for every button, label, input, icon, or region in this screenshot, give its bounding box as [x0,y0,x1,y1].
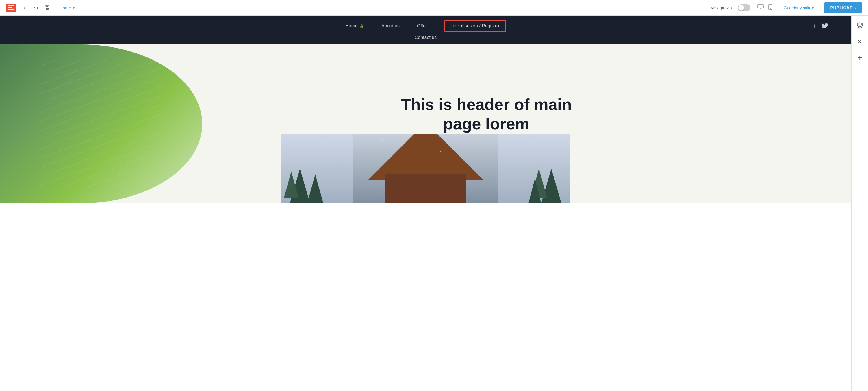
app-logo [6,4,16,12]
layers-icon [857,22,863,29]
bottom-cards [281,134,570,203]
login-label: Inicial sesión / Registro [451,23,499,28]
close-button[interactable]: × [855,36,865,47]
nav-offer-link[interactable]: Offer [417,23,427,29]
layers-button[interactable] [855,20,865,31]
toolbar-center: Vista previa Guardar y salir ▾ P [711,2,862,13]
device-switcher [756,3,774,12]
login-register-button[interactable]: Inicial sesión / Registro [444,20,506,32]
nav-contact-link[interactable]: Contact us [415,35,437,40]
save-icon [44,5,50,10]
preview-toggle[interactable] [738,4,750,11]
nav-offer-label: Offer [417,23,427,29]
svg-rect-2 [8,9,14,10]
nav-about-link[interactable]: About us [381,23,400,29]
guardar-salir-button[interactable]: Guardar y salir ▾ [779,3,818,12]
hero-leaf-decoration [0,44,202,203]
hero-section: This is header of main page lorem ipsum … [0,44,851,203]
desktop-icon[interactable] [756,3,765,12]
toolbar-left: ↩ ↪ Home ▾ [6,3,78,12]
nav-home-label: Home [345,23,358,29]
svg-rect-5 [45,8,49,9]
publicar-arrow-icon: › [855,5,856,10]
publicar-button[interactable]: PUBLICAR › [824,2,863,13]
publicar-label: PUBLICAR [831,5,853,10]
right-trees-card [498,134,570,203]
nav-about-label: About us [381,23,400,29]
nav-contact-label: Contact us [415,35,437,40]
nav-home-link[interactable]: Home 🔒 [345,23,364,29]
undo-button[interactable]: ↩ [21,3,29,12]
svg-rect-6 [757,4,764,8]
home-dropdown-button[interactable]: Home ▾ [56,3,78,12]
guardar-chevron-icon: ▾ [812,5,814,10]
toolbar: ↩ ↪ Home ▾ Vista previa [0,0,868,15]
logo-icon [8,5,14,10]
add-button[interactable]: + [855,53,865,63]
guardar-label: Guardar y salir [784,5,810,10]
svg-point-8 [770,8,771,9]
svg-rect-0 [8,5,14,6]
redo-button[interactable]: ↪ [32,3,40,12]
cabin-card [353,134,498,203]
svg-rect-4 [46,6,48,7]
home-label: Home [60,5,71,10]
main-content: Home 🔒 About us Offer Inicial sesión / R… [0,15,851,391]
svg-rect-1 [8,7,12,8]
twitter-icon[interactable] [822,23,828,29]
toggle-knob [738,5,744,11]
edit-actions: ↩ ↪ [21,3,52,12]
home-chevron-icon: ▾ [73,6,74,10]
save-file-button[interactable] [43,3,52,12]
right-sidebar: × + [851,15,868,391]
left-trees-card [281,134,353,203]
vista-previa-label: Vista previa [711,5,732,10]
site-navigation: Home 🔒 About us Offer Inicial sesión / R… [0,15,851,44]
website-preview: Home 🔒 About us Offer Inicial sesión / R… [0,15,851,391]
social-icons: f [814,22,828,30]
lock-icon: 🔒 [360,24,364,28]
mobile-icon[interactable] [767,3,774,12]
facebook-icon[interactable]: f [814,22,816,30]
